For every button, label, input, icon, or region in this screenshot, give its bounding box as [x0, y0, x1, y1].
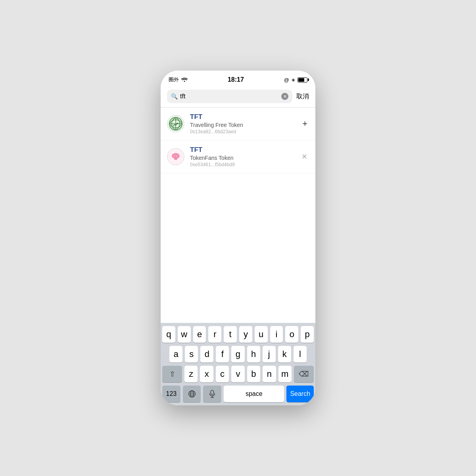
svg-point-11	[175, 156, 175, 157]
key-i[interactable]: i	[270, 326, 283, 343]
token-item-tft1: TFT Travelling Free Token 0x13ea82...6bd…	[161, 107, 315, 140]
status-right: @ ∗	[284, 77, 307, 83]
key-t[interactable]: t	[224, 326, 237, 343]
keyboard-row-3: ⇧ z x c v b n m ⌫	[162, 366, 314, 382]
backspace-icon: ⌫	[299, 370, 309, 378]
key-e[interactable]: e	[193, 326, 206, 343]
key-w[interactable]: w	[178, 326, 191, 343]
token-logo-tft2	[167, 148, 184, 165]
cancel-button[interactable]: 取消	[296, 92, 309, 101]
key-m[interactable]: m	[278, 366, 292, 382]
search-icon: 🔍	[171, 93, 178, 100]
clear-icon: ✕	[283, 94, 287, 99]
phone-frame: 圈外 18:17 @ ∗ 🔍 tft ✕ 取	[161, 71, 315, 405]
carrier-label: 圈外	[169, 76, 179, 83]
numbers-key[interactable]: 123	[162, 386, 180, 402]
token-address-tft2: 0xe53461...f5bd4bd9	[190, 162, 294, 167]
keyboard-row-2: a s d f g h j k l	[162, 346, 314, 363]
search-key[interactable]: Search	[286, 386, 314, 402]
key-f[interactable]: f	[216, 346, 229, 363]
svg-point-9	[174, 156, 175, 157]
search-bar-container: 🔍 tft ✕ 取消	[161, 86, 315, 107]
results-area: TFT Travelling Free Token 0x13ea82...6bd…	[161, 107, 315, 323]
key-u[interactable]: u	[255, 326, 268, 343]
svg-rect-18	[211, 390, 214, 395]
battery-icon	[298, 77, 307, 83]
key-k[interactable]: k	[278, 346, 291, 363]
shift-key[interactable]: ⇧	[162, 366, 182, 382]
status-time: 18:17	[228, 76, 244, 83]
token-info-tft1: TFT Travelling Free Token 0x13ea82...6bd…	[190, 113, 295, 134]
tft2-logo-svg	[168, 149, 184, 165]
key-c[interactable]: c	[216, 366, 229, 382]
microphone-icon	[209, 390, 216, 398]
key-v[interactable]: v	[231, 366, 244, 382]
svg-point-12	[177, 156, 177, 157]
key-o[interactable]: o	[285, 326, 298, 343]
clear-button[interactable]: ✕	[281, 93, 288, 100]
microphone-key[interactable]	[203, 386, 221, 402]
key-g[interactable]: g	[231, 346, 244, 363]
key-x[interactable]: x	[200, 366, 213, 382]
keyboard-row-4: 123 space Search	[162, 386, 314, 405]
token-symbol-tft2: TFT	[190, 146, 294, 154]
key-n[interactable]: n	[263, 366, 276, 382]
token-symbol-tft1: TFT	[190, 113, 295, 121]
add-token-button-tft1[interactable]: +	[301, 117, 309, 131]
search-input-wrapper[interactable]: 🔍 tft ✕	[167, 90, 292, 103]
backspace-key[interactable]: ⌫	[294, 366, 314, 382]
keyboard: q w e r t y u i o p a s d f g h j k l ⇧	[161, 323, 315, 405]
key-l[interactable]: l	[294, 346, 307, 363]
token-info-tft2: TFT TokenFans Token 0xe53461...f5bd4bd9	[190, 146, 294, 167]
space-key[interactable]: space	[224, 386, 284, 402]
key-y[interactable]: y	[239, 326, 252, 343]
token-fullname-tft1: Travelling Free Token	[190, 122, 295, 128]
remove-token-button-tft2[interactable]: ✕	[300, 151, 309, 163]
search-input[interactable]: tft	[180, 93, 279, 100]
token-logo-tft1	[167, 115, 184, 132]
key-d[interactable]: d	[200, 346, 213, 363]
svg-point-7	[172, 153, 180, 159]
svg-point-10	[177, 156, 178, 157]
key-q[interactable]: q	[162, 326, 175, 343]
key-z[interactable]: z	[184, 366, 198, 382]
svg-rect-8	[174, 158, 177, 160]
key-r[interactable]: r	[208, 326, 221, 343]
battery-fill	[298, 78, 304, 82]
at-icon: @	[284, 77, 289, 83]
wifi-icon	[181, 77, 188, 83]
tft1-logo-svg	[168, 116, 184, 132]
key-b[interactable]: b	[247, 366, 260, 382]
token-item-tft2: TFT TokenFans Token 0xe53461...f5bd4bd9 …	[161, 140, 315, 173]
token-fullname-tft2: TokenFans Token	[190, 155, 294, 161]
key-s[interactable]: s	[185, 346, 198, 363]
key-a[interactable]: a	[169, 346, 182, 363]
key-h[interactable]: h	[247, 346, 260, 363]
status-left: 圈外	[169, 76, 188, 83]
globe-key[interactable]	[183, 386, 201, 402]
bluetooth-icon: ∗	[291, 77, 296, 83]
shift-icon: ⇧	[169, 370, 175, 378]
keyboard-row-1: q w e r t y u i o p	[162, 326, 314, 343]
key-j[interactable]: j	[263, 346, 276, 363]
globe-icon	[188, 390, 196, 398]
key-p[interactable]: p	[301, 326, 314, 343]
token-address-tft1: 0x13ea82...6bd23aed	[190, 129, 295, 134]
status-bar: 圈外 18:17 @ ∗	[161, 71, 315, 86]
